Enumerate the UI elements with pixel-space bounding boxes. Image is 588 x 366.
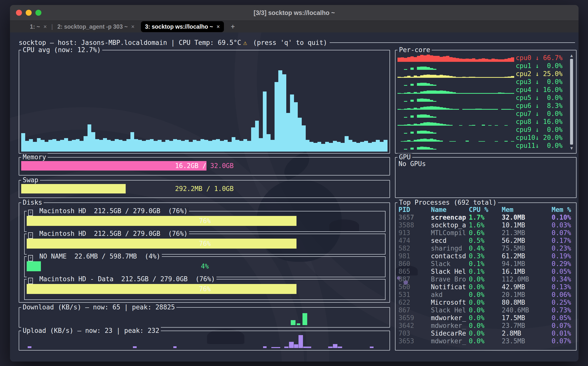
cpu-bar xyxy=(41,140,45,152)
column-header: PID xyxy=(398,206,431,214)
spark-bar xyxy=(430,139,433,142)
core-label: cpu8 ↓ 16.0% xyxy=(516,118,563,126)
cpu-bar xyxy=(21,133,25,152)
process-mem-pct: 0.23% xyxy=(552,245,576,252)
scroll-down-icon[interactable]: ▼ xyxy=(570,146,573,151)
cpu-bar xyxy=(337,142,341,152)
process-pid: 3588 xyxy=(398,221,431,229)
process-mem: 80.8MB xyxy=(502,299,552,306)
disk-pct-label: 76% xyxy=(27,284,383,294)
core-label: cpu10↓ 20.0% xyxy=(516,134,563,142)
spark-bar xyxy=(501,59,504,62)
tab-2[interactable]: 2: socktop_agent -p 303 ~× xyxy=(53,21,138,33)
cpu-bar xyxy=(325,142,329,152)
spark-bar xyxy=(443,75,446,78)
disk-title: ? Macintosh HD - Data 212.5GB / 279.0GB … xyxy=(27,275,216,283)
disk-subpanel: ? Macintosh HD 212.5GB / 279.0GB (76%)76… xyxy=(24,211,386,232)
process-cpu: 0.0% xyxy=(469,306,502,314)
process-mem-pct: 0.17% xyxy=(552,237,576,245)
scrollbar-thumb[interactable] xyxy=(570,59,573,145)
memory-total: 32.0GB xyxy=(210,162,234,170)
tab-label: 3: socktop ws://localho ~ xyxy=(145,23,213,30)
process-name: akd xyxy=(431,291,469,299)
process-mem: 23.7MB xyxy=(502,322,552,330)
process-name: Brave Bro xyxy=(431,275,469,283)
spark-bar xyxy=(423,83,427,86)
spark-bar xyxy=(401,57,404,62)
header-rule xyxy=(330,42,575,43)
net-bar xyxy=(28,346,31,348)
spark-bar xyxy=(427,55,430,62)
spark-bar xyxy=(436,91,440,94)
spark-bar xyxy=(433,75,436,78)
spark-bar xyxy=(472,58,475,62)
spark-bar xyxy=(511,57,514,62)
spark-bar xyxy=(414,76,417,78)
disk-subpanel: ? Macintosh HD - Data 212.5GB / 279.0GB … xyxy=(24,279,386,300)
memory-meter: 16.2GB / 32.0GB xyxy=(21,161,388,171)
process-pid: 3657 xyxy=(398,214,431,221)
scroll-up-icon[interactable]: ▲ xyxy=(570,53,573,58)
cpu-history-chart xyxy=(21,55,388,152)
spark-bar xyxy=(423,75,427,78)
process-mem: 21.3MB xyxy=(502,229,552,237)
cpu-bar xyxy=(177,140,181,152)
core-label: cpu3 ↓ 0.0% xyxy=(516,78,563,86)
tab-3[interactable]: 3: socktop ws://localho ~× xyxy=(141,21,224,32)
cpu-bar xyxy=(204,140,208,152)
core-label: cpu6 ↓ 8.3% xyxy=(516,102,563,110)
tab-close-icon[interactable]: × xyxy=(43,23,47,30)
core-row: cpu9 ↓ 0.0% xyxy=(397,126,563,134)
process-row: 3657screencap1.7%32.0MB0.10% xyxy=(395,214,576,221)
process-row: 981contactsd0.3%61.2MB0.19% xyxy=(395,252,576,260)
tab-label: 1: ~ xyxy=(30,23,40,30)
process-mem-pct: 0.06% xyxy=(552,291,576,299)
process-mem-pct: 0.07% xyxy=(552,229,576,237)
spark-bar xyxy=(436,107,440,110)
spark-bar xyxy=(410,84,414,86)
core-row: cpu11↓ 0.0% xyxy=(397,142,563,150)
spark-bar xyxy=(430,148,433,150)
spark-bar xyxy=(443,91,446,94)
cpu-bar xyxy=(91,132,95,152)
process-mem: 112.0MB xyxy=(502,275,552,283)
cpu-bar xyxy=(80,141,84,152)
spark-bar xyxy=(407,57,410,62)
tab-close-icon[interactable]: × xyxy=(131,23,134,30)
process-mem: 94.1MB xyxy=(502,260,552,268)
disk-title-text: Macintosh HD 212.5GB / 279.0GB (76%) xyxy=(35,230,188,237)
cpu-bar xyxy=(282,74,286,152)
net-bar xyxy=(333,344,337,348)
cpu-bar xyxy=(130,132,134,152)
process-name: screencap xyxy=(431,214,469,221)
spark-bar xyxy=(440,107,443,110)
spark-bar xyxy=(430,55,433,62)
process-cpu: 0.0% xyxy=(469,291,502,299)
process-cpu: 0.1% xyxy=(469,260,502,268)
net-bar xyxy=(291,320,295,325)
cpu-bar xyxy=(372,142,376,152)
per-core-scrollbar[interactable]: ▲ ▼ xyxy=(569,53,574,151)
process-name: Slack Hel xyxy=(431,306,469,314)
cpu-bar xyxy=(356,143,360,152)
spark-bar xyxy=(420,139,423,142)
net-bar xyxy=(338,347,342,348)
spark-bar xyxy=(404,149,407,150)
cpu-bar xyxy=(60,140,64,152)
spark-bar xyxy=(427,115,430,118)
core-row: cpu4 ↓ 16.0% xyxy=(397,86,563,94)
cpu-bar xyxy=(29,139,33,152)
cpu-bar xyxy=(25,141,29,152)
spark-bar xyxy=(423,131,427,134)
core-label: cpu5 ↓ 0.0% xyxy=(516,94,563,102)
core-label: cpu0 ↓ 66.7% xyxy=(516,54,563,62)
spark-bar xyxy=(423,55,427,62)
core-row: cpu8 ↓ 16.0% xyxy=(397,118,563,126)
process-table-header: PIDNameCPU %MemMem % xyxy=(395,206,576,214)
disk-title: ? NO NAME 22.6MB / 598.7MB (4%) xyxy=(27,253,162,261)
tab-1[interactable]: 1: ~× xyxy=(26,21,51,33)
core-label: cpu4 ↓ 16.0% xyxy=(516,86,563,94)
tab-close-icon[interactable]: × xyxy=(216,23,220,30)
spark-bar xyxy=(397,58,401,62)
new-tab-button[interactable]: + xyxy=(226,23,239,31)
